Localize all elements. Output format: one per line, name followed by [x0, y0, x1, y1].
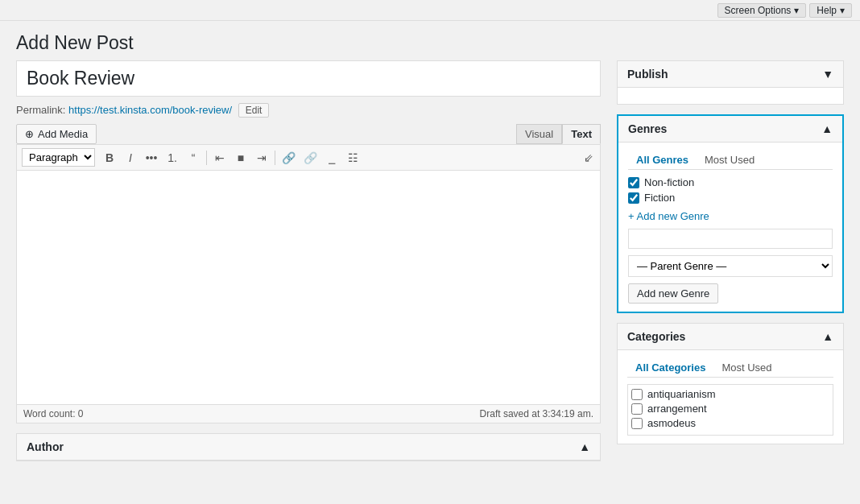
categories-list: antiquarianism arrangement asmodeus	[627, 384, 833, 436]
parent-genre-select[interactable]: — Parent Genre —	[628, 255, 833, 277]
publish-title: Publish	[627, 68, 668, 81]
draft-saved-status: Draft saved at 3:34:19 am.	[480, 408, 593, 419]
categories-title: Categories	[627, 330, 685, 343]
genres-tabs: All Genres Most Used	[628, 151, 833, 170]
author-title: Author	[27, 440, 64, 453]
table-button[interactable]: ☷	[343, 150, 362, 166]
categories-body: All Categories Most Used antiquarianism …	[618, 350, 843, 444]
add-genre-button[interactable]: Add new Genre	[628, 283, 718, 304]
format-separator-1	[206, 151, 207, 165]
bold-button[interactable]: B	[100, 150, 119, 166]
ordered-list-button[interactable]: 1.	[163, 150, 182, 166]
categories-tab-all[interactable]: All Categories	[627, 358, 713, 377]
top-bar: Screen Options ▾ Help ▾	[0, 0, 860, 21]
genre-item-fiction: Fiction	[628, 192, 833, 204]
categories-tab-most-used[interactable]: Most Used	[713, 358, 779, 377]
editor-body[interactable]	[17, 171, 600, 404]
category-item-arrangement: arrangement	[631, 403, 829, 415]
genre-label-nonfiction: Non-fiction	[644, 176, 694, 188]
blockquote-button[interactable]: “	[184, 150, 203, 166]
publish-chevron-icon: ▼	[822, 68, 833, 81]
visual-text-tabs: Visual Text	[516, 124, 601, 144]
category-item-antiquarianism: antiquarianism	[631, 388, 829, 400]
category-item-asmodeus: asmodeus	[631, 417, 829, 429]
genre-label-fiction: Fiction	[644, 192, 675, 204]
genres-title: Genres	[628, 122, 667, 135]
italic-button[interactable]: I	[121, 150, 140, 166]
permalink-bar: Permalink: https://test.kinsta.com/book-…	[16, 103, 601, 118]
permalink-label: Permalink:	[16, 104, 65, 116]
fullscreen-button[interactable]: ⇙	[582, 150, 595, 166]
align-left-button[interactable]: ⇤	[210, 150, 229, 166]
genre-checkbox-nonfiction[interactable]	[628, 177, 639, 188]
page-title: Add New Post	[0, 21, 860, 60]
add-media-button[interactable]: ⊕ Add Media	[16, 124, 97, 144]
editor-footer: Word count: 0 Draft saved at 3:34:19 am.	[17, 404, 600, 423]
author-section: Author ▲	[16, 433, 601, 461]
permalink-link[interactable]: https://test.kinsta.com/book-review/	[68, 104, 232, 116]
post-title-input[interactable]	[16, 60, 601, 97]
publish-header[interactable]: Publish ▼	[618, 61, 843, 88]
author-chevron-icon: ▲	[579, 440, 590, 453]
insert-link-button[interactable]: 🔗	[279, 150, 299, 166]
genres-tab-all[interactable]: All Genres	[628, 151, 697, 169]
screen-options-chevron-icon: ▾	[794, 5, 799, 16]
tab-visual-button[interactable]: Visual	[516, 124, 562, 144]
cat-checkbox-asmodeus[interactable]	[631, 418, 643, 429]
editor-toolbar-top: ⊕ Add Media Visual Text	[16, 124, 601, 144]
editor-container: Paragraph B I ••• 1. “ ⇤ ■ ⇥ 🔗 🔗 ⎯ ☷ ⇙	[16, 144, 601, 423]
remove-link-button[interactable]: 🔗	[300, 150, 320, 166]
genres-body: All Genres Most Used Non-fiction Fiction…	[618, 143, 842, 312]
permalink-edit-button[interactable]: Edit	[238, 103, 270, 118]
add-media-icon: ⊕	[25, 128, 34, 140]
screen-options-button[interactable]: Screen Options ▾	[717, 3, 807, 18]
word-count: Word count: 0	[23, 408, 83, 419]
genre-item-nonfiction: Non-fiction	[628, 176, 833, 188]
unordered-list-button[interactable]: •••	[142, 150, 161, 166]
genres-tab-most-used[interactable]: Most Used	[697, 151, 763, 169]
add-new-genre-link[interactable]: + Add new Genre	[628, 210, 833, 222]
add-media-label: Add Media	[38, 128, 88, 140]
align-center-button[interactable]: ■	[231, 150, 250, 166]
publish-body	[618, 88, 843, 104]
cat-label-asmodeus: asmodeus	[647, 417, 696, 429]
cat-label-antiquarianism: antiquarianism	[647, 388, 716, 400]
content-area: Permalink: https://test.kinsta.com/book-…	[16, 60, 601, 504]
main-layout: Permalink: https://test.kinsta.com/book-…	[0, 60, 860, 504]
cat-checkbox-antiquarianism[interactable]	[631, 389, 643, 400]
screen-options-label: Screen Options	[725, 5, 792, 16]
categories-header[interactable]: Categories ▲	[618, 324, 843, 350]
help-label: Help	[817, 5, 837, 16]
genre-name-input[interactable]	[628, 229, 833, 249]
sidebar: Publish ▼ Genres ▲ All Genres Most Used …	[617, 60, 844, 504]
tab-text-button[interactable]: Text	[562, 124, 601, 144]
cat-label-arrangement: arrangement	[647, 403, 707, 415]
publish-box: Publish ▼	[617, 60, 844, 105]
genres-header[interactable]: Genres ▲	[618, 116, 842, 143]
author-header[interactable]: Author ▲	[17, 434, 600, 461]
categories-chevron-icon: ▲	[822, 330, 833, 343]
editor-format-bar: Paragraph B I ••• 1. “ ⇤ ■ ⇥ 🔗 🔗 ⎯ ☷ ⇙	[17, 145, 600, 171]
genres-box: Genres ▲ All Genres Most Used Non-fictio…	[617, 114, 844, 313]
categories-box: Categories ▲ All Categories Most Used an…	[617, 323, 844, 444]
genre-checkbox-fiction[interactable]	[628, 192, 639, 204]
align-right-button[interactable]: ⇥	[252, 150, 271, 166]
help-chevron-icon: ▾	[840, 5, 845, 16]
paragraph-format-select[interactable]: Paragraph	[22, 148, 95, 167]
categories-tabs: All Categories Most Used	[627, 358, 833, 378]
cat-checkbox-arrangement[interactable]	[631, 403, 643, 415]
format-separator-2	[275, 151, 275, 165]
help-button[interactable]: Help ▾	[809, 3, 852, 18]
genres-chevron-icon: ▲	[821, 122, 833, 135]
insert-more-button[interactable]: ⎯	[322, 150, 341, 166]
